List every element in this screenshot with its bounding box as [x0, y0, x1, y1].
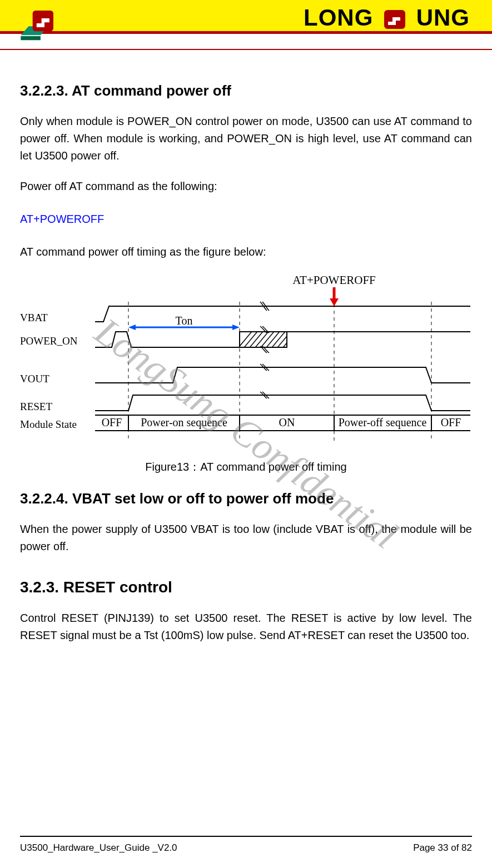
brand-right: UNG	[416, 4, 470, 31]
svg-marker-22	[128, 325, 136, 330]
footer-page-number: Page 33 of 82	[413, 842, 472, 854]
state-pon: Power-on sequence	[141, 416, 227, 429]
paragraph: When the power supply of U3500 VBAT is t…	[20, 521, 472, 555]
section-3-2-3-title: 3.2.3. RESET control	[20, 578, 472, 596]
timing-diagram: VBAT POWER_ON VOUT RESET Module State AT…	[20, 274, 472, 452]
paragraph: Only when module is POWER_ON control pow…	[20, 113, 472, 164]
state-off2: OFF	[441, 416, 461, 428]
page-header: LONG UNG	[0, 0, 492, 50]
brand-wordmark: LONG UNG	[304, 4, 470, 31]
event-label: AT+POWEROFF	[292, 274, 376, 287]
svg-marker-9	[330, 298, 339, 306]
state-poff: Power-off sequence	[339, 416, 427, 429]
at-command: AT+POWEROFF	[20, 213, 472, 226]
figure-caption: Figure13：AT command power off timing	[20, 460, 472, 475]
svg-marker-1	[21, 36, 41, 40]
brand-left: LONG	[304, 4, 373, 31]
ton-arrow-icon: Ton	[128, 315, 240, 330]
state-on: ON	[279, 416, 295, 428]
svg-marker-23	[232, 325, 240, 330]
brand-logo-icon	[382, 8, 407, 31]
event-arrow-icon	[330, 287, 339, 306]
page-content: 3.2.2.3. AT command power off Only when …	[0, 50, 492, 644]
section-3-2-2-3-title: 3.2.2.3. AT command power off	[20, 82, 472, 99]
paragraph: Power off AT command as the following:	[20, 178, 472, 195]
company-logo-icon	[11, 6, 78, 50]
section-3-2-2-4-title: 3.2.2.4. VBAT set low or off to power of…	[20, 490, 472, 507]
footer-doc-title: U3500_Hardware_User_Guide _V2.0	[20, 842, 177, 854]
ton-label: Ton	[176, 315, 193, 327]
paragraph: AT command power off timing as the figur…	[20, 243, 472, 261]
page-footer: U3500_Hardware_User_Guide _V2.0 Page 33 …	[20, 836, 472, 854]
paragraph: Control RESET (PINJ139) to set U3500 res…	[20, 610, 472, 644]
state-off1: OFF	[102, 416, 122, 428]
